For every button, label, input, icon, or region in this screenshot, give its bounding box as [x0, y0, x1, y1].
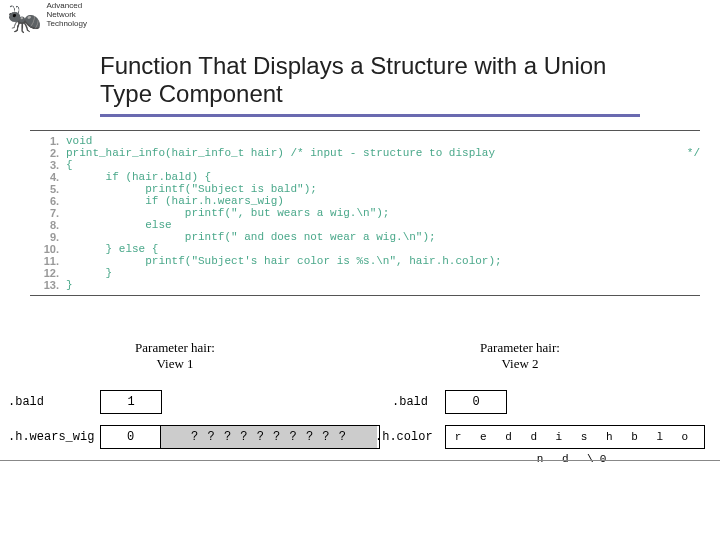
label-bald-2: .bald [392, 395, 428, 409]
view1-header: Parameter hair:View 1 [100, 340, 250, 371]
slide-title: Function That Displays a Structure with … [100, 52, 640, 117]
view2-header: Parameter hair:View 2 [445, 340, 595, 371]
label-wears-wig: .h.wears_wig [8, 430, 94, 444]
logo-text: Advanced Network Technology [47, 2, 87, 28]
code-listing: 1.void 2.print_hair_info(hair_info_t hai… [30, 130, 700, 296]
v1-bald-box: 1 [100, 390, 162, 414]
v1-wears-wig-box: 0? ? ? ? ? ? ? ? ? ? [100, 425, 380, 449]
label-color: .h.color [375, 430, 433, 444]
label-bald-1: .bald [8, 395, 44, 409]
ant-icon: 🐜 [7, 4, 42, 35]
logo: 🐜 Advanced Network Technology [2, 2, 92, 33]
v2-color-box: r e d d i s h b l o n d \0 [445, 425, 705, 449]
bottom-rule [0, 460, 720, 461]
v2-bald-box: 0 [445, 390, 507, 414]
